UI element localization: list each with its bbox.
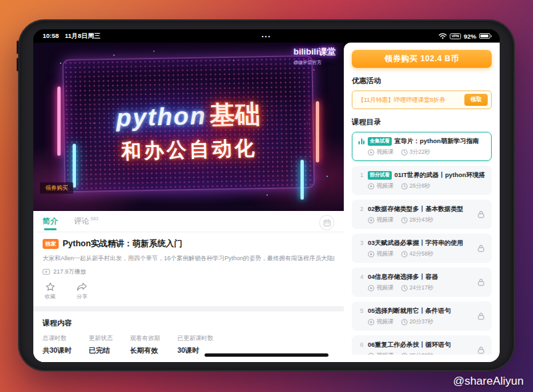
- lesson-index: 4: [358, 274, 365, 280]
- lesson-item[interactable]: 303天赋武器必掌握丨字符串的使用视频课42分58秒: [352, 234, 492, 263]
- lesson-duration: 24分17秒: [410, 284, 434, 292]
- lesson-duration: 26分8秒: [410, 182, 430, 190]
- volume-down-button: [17, 58, 19, 71]
- lesson-meta: 视频课26分8秒: [358, 182, 485, 190]
- lesson-title: 宣导片：python萌新学习指南: [394, 137, 479, 146]
- lesson-item[interactable]: 1部分试看01IT世界的武器丨python环境搭建_第一个视频课26分8秒: [352, 166, 492, 195]
- lesson-item[interactable]: 505选择判断就用它丨条件语句视频课20分37秒: [352, 301, 492, 331]
- lesson-title: 05选择判断就用它丨条件语句: [368, 307, 451, 315]
- play-circle-icon: [368, 149, 374, 156]
- lesson-type: 视频课: [376, 352, 394, 355]
- lesson-item[interactable]: 全集试看宣导片：python萌新学习指南视频课3分22秒: [352, 132, 492, 161]
- lock-icon: [477, 210, 485, 219]
- stat-valid-period: 观看有效期 长期有效: [130, 334, 160, 355]
- watermark: @shareAliyun: [453, 375, 524, 388]
- stat-total-lessons: 总课时数 共30课时: [43, 334, 71, 355]
- share-icon: [77, 282, 87, 292]
- multitask-dots-icon[interactable]: •••: [262, 33, 271, 39]
- calendar-icon: [323, 219, 331, 227]
- cover-title-cn: 基础: [209, 97, 261, 132]
- lock-icon: [477, 244, 485, 253]
- lesson-title: 03天赋武器必掌握丨字符串的使用: [368, 239, 464, 248]
- trial-badge: 部分试看: [368, 171, 392, 180]
- lesson-title: 02数据存储类型多丨基本数据类型: [368, 205, 464, 214]
- lesson-meta: 视频课3分22秒: [358, 148, 485, 156]
- clock-icon: [401, 353, 408, 355]
- lesson-meta: 视频课20分37秒: [358, 318, 485, 326]
- play-count-icon: [43, 269, 50, 275]
- lock-icon: [477, 278, 485, 287]
- favorite-button[interactable]: 收藏: [45, 282, 55, 300]
- play-circle-icon: [368, 217, 374, 224]
- lesson-meta: 视频课24分17秒: [358, 284, 485, 292]
- star-icon: [45, 282, 55, 292]
- volume-up-button: [17, 41, 19, 54]
- lesson-index: 2: [358, 206, 365, 212]
- lesson-type: 视频课: [376, 216, 394, 224]
- lesson-duration: 25分32秒: [410, 352, 434, 355]
- glitch-speckles: [33, 43, 35, 44]
- play-count-row: 217.9万播放: [43, 268, 334, 276]
- clock-icon: [401, 285, 408, 292]
- exclusive-badge: 独家: [43, 239, 59, 249]
- lesson-duration: 28分43秒: [410, 216, 434, 224]
- lesson-title: 06重复工作必杀技丨循环语句: [368, 341, 451, 349]
- cover-coupon-tag[interactable]: 领券购买: [40, 182, 73, 194]
- lesson-index: 3: [358, 240, 365, 246]
- lesson-meta: 视频课25分32秒: [358, 352, 485, 355]
- ipad-screen: 10:58 11月8日周三 ••• VPN 92%: [33, 29, 500, 362]
- lesson-list: 全集试看宣导片：python萌新学习指南视频课3分22秒1部分试看01IT世界的…: [352, 132, 492, 355]
- battery-percent: 92%: [464, 33, 476, 40]
- cover-title: python 基础 和办公自动化: [33, 43, 344, 211]
- home-indicator[interactable]: [205, 353, 328, 357]
- claim-coupon-button[interactable]: 领取: [464, 94, 488, 106]
- play-circle-icon: [368, 251, 374, 258]
- comments-count: 883: [91, 216, 99, 221]
- promo-heading: 优惠活动: [352, 76, 492, 86]
- lesson-index: 1: [358, 172, 365, 178]
- lesson-index: 6: [358, 341, 365, 348]
- course-info-section: 独家 Python实战精讲：萌新系统入门 大家和Allen一起从新手村出发，用四…: [33, 232, 344, 306]
- play-count: 217.9万播放: [53, 268, 87, 276]
- play-circle-icon: [368, 183, 374, 190]
- favorite-label: 收藏: [45, 293, 55, 300]
- tab-comments[interactable]: 评论883: [74, 216, 99, 231]
- course-content-heading: 课程内容: [43, 318, 334, 328]
- tab-bar: 简介 评论883: [33, 211, 344, 232]
- clock-icon: [401, 149, 408, 156]
- course-description: 大家和Allen一起从新手村出发，用四个章节，16个案例解锁各种学习Python…: [43, 254, 334, 263]
- status-date: 11月8日周三: [65, 32, 100, 41]
- playing-bars-icon: [358, 138, 365, 144]
- logo-subtitle: @微学堂官方: [293, 59, 336, 66]
- lesson-type: 视频课: [376, 284, 394, 292]
- calendar-button[interactable]: [319, 215, 334, 230]
- purchase-sidebar: 领券购买 102.4 B币 优惠活动 【11月特惠】哔哩哔哩课堂8折券 领取 课…: [344, 43, 500, 362]
- lesson-item[interactable]: 202数据存储类型多丨基本数据类型视频课28分43秒: [352, 200, 492, 229]
- clock-icon: [401, 319, 408, 325]
- vpn-badge: VPN: [450, 33, 461, 39]
- trial-badge: 全集试看: [368, 137, 392, 146]
- bilibili-classroom-logo: bilibili课堂 @微学堂官方: [293, 46, 336, 66]
- lesson-duration: 20分37秒: [410, 318, 434, 326]
- coupon-text: 【11月特惠】哔哩哔哩课堂8折券: [358, 96, 460, 104]
- lesson-item[interactable]: 606重复工作必杀技丨循环语句视频课25分32秒: [352, 335, 492, 355]
- cover-title-line2: 和办公自动化: [121, 134, 257, 165]
- lesson-meta: 视频课42分58秒: [358, 250, 485, 258]
- lesson-item[interactable]: 404信息存储选择多丨容器视频课24分17秒: [352, 268, 492, 297]
- tab-intro[interactable]: 简介: [43, 216, 58, 231]
- share-button[interactable]: 分享: [77, 282, 87, 300]
- lesson-duration: 42分58秒: [410, 250, 434, 258]
- lesson-index: 5: [358, 307, 365, 314]
- lesson-meta: 视频课28分43秒: [358, 216, 485, 224]
- lesson-title: 04信息存储选择多丨容器: [368, 273, 438, 282]
- catalog-heading: 课程目录: [352, 117, 492, 127]
- battery-icon: [479, 33, 490, 39]
- wifi-icon: [438, 33, 447, 39]
- clock-icon: [401, 183, 408, 190]
- play-circle-icon: [368, 285, 374, 292]
- lock-icon: [477, 346, 485, 355]
- course-video-player[interactable]: python 基础 和办公自动化 bilibili课堂 @微学堂官方 领券购买: [33, 43, 344, 211]
- stat-update-status: 更新状态 已完结: [89, 334, 113, 355]
- buy-with-coupon-button[interactable]: 领券购买 102.4 B币: [352, 50, 492, 68]
- status-time: 10:58: [43, 32, 59, 41]
